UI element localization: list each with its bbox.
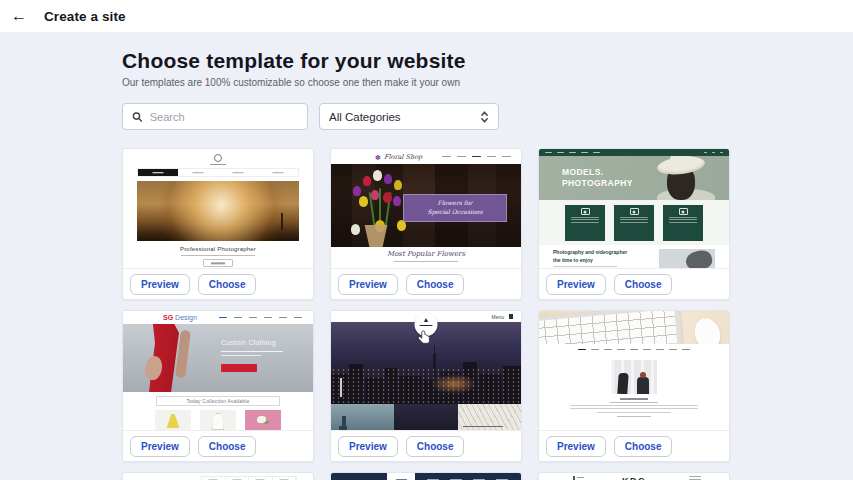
sunset-field-photo	[137, 181, 299, 241]
feature-tile	[565, 205, 605, 241]
preview-button[interactable]: Preview	[130, 436, 190, 457]
template-card-partial-light	[122, 472, 314, 480]
choose-button[interactable]: Choose	[406, 436, 465, 457]
template-navbar	[331, 473, 521, 480]
search-input[interactable]	[150, 111, 298, 123]
main-content: Choose template for your website Our tem…	[0, 32, 730, 480]
card-actions: Preview Choose	[539, 431, 729, 462]
template-headline: Professional Photographer	[123, 246, 313, 252]
template-thumbnail-business-office[interactable]	[539, 311, 729, 431]
feature-tiles	[539, 200, 729, 245]
night-sky-thumb	[394, 404, 457, 431]
category-select[interactable]: All Categories	[319, 103, 499, 130]
template-card-photographer: Professional Photographer Preview Choose	[122, 148, 314, 300]
photo-icon	[630, 208, 639, 215]
menu-icon	[509, 314, 514, 319]
template-card-models-photography: MODELS. PHOTOGRAPHY	[538, 148, 730, 300]
template-thumbnail-partial-kdc[interactable]: KDC	[539, 473, 729, 480]
preview-button[interactable]: Preview	[338, 274, 398, 295]
card-actions: Preview Choose	[539, 269, 729, 300]
card-actions: Preview Choose	[123, 269, 313, 300]
filter-controls: All Categories	[122, 103, 730, 130]
template-thumbnail-models-photography[interactable]: MODELS. PHOTOGRAPHY	[539, 149, 729, 269]
computer-mouse	[691, 315, 724, 344]
navy-logo-block	[331, 473, 387, 480]
map-sketch-thumb	[458, 404, 521, 431]
preview-button[interactable]: Preview	[338, 436, 398, 457]
template-card-floral-shop: ✽ Floral Shop	[330, 148, 522, 300]
template-cta-button	[203, 259, 233, 267]
topbar: ← Create a site	[0, 0, 853, 32]
template-thumbnail-floral-shop[interactable]: ✽ Floral Shop	[331, 149, 521, 269]
card-actions: Preview Choose	[331, 269, 521, 300]
template-navbar	[201, 476, 297, 480]
camera-icon	[679, 208, 688, 215]
sun-hat	[656, 156, 706, 177]
feature-tile	[663, 205, 703, 241]
vase	[361, 225, 391, 247]
template-thumbnail-city-new-york[interactable]: Menu ▲	[331, 311, 521, 431]
sg-design-logo: SG Design	[163, 314, 197, 321]
choose-button[interactable]: Choose	[406, 274, 465, 295]
gallery-thumbnails	[331, 404, 521, 431]
template-navbar	[539, 149, 729, 156]
template-navbar	[137, 168, 299, 177]
mountain-icon: ▲	[415, 316, 438, 323]
choose-button[interactable]: Choose	[198, 436, 257, 457]
choose-button[interactable]: Choose	[198, 274, 257, 295]
hero-text-panel: Flowers for Special Occasions	[403, 194, 507, 222]
preview-button[interactable]: Preview	[130, 274, 190, 295]
tulip-bouquet-photo: Flowers for Special Occasions	[331, 164, 521, 247]
template-navbar	[539, 344, 729, 355]
portrait-photo	[659, 249, 715, 269]
template-thumbnail-partial-light[interactable]	[123, 473, 313, 480]
page-title: Create a site	[44, 9, 126, 24]
template-card-business-office: Preview Choose	[538, 310, 730, 462]
collection-banner: Today Collection Available	[156, 396, 280, 406]
search-box[interactable]	[122, 103, 308, 130]
section-title: Most Popular Flowers	[331, 250, 521, 258]
hero-text-block	[340, 379, 342, 397]
product-white-dress	[200, 410, 236, 430]
preview-button[interactable]: Preview	[546, 274, 606, 295]
subheading: Our templates are 100% customizable so c…	[122, 77, 730, 88]
product-thumbnails	[123, 410, 313, 430]
back-arrow-icon[interactable]: ←	[11, 8, 27, 24]
product-accessory	[245, 410, 281, 430]
red-dress-hero-photo: Custom Clothing	[123, 324, 313, 392]
mouse-pointer-cursor	[417, 330, 431, 350]
create-site-screen: ← Create a site Choose template for your…	[0, 0, 853, 480]
floral-logo: ✽ Floral Shop	[375, 153, 422, 161]
search-icon	[132, 111, 143, 123]
hero-headline: Custom Clothing	[221, 339, 276, 346]
template-navbar: ✽ Floral Shop	[331, 149, 521, 164]
template-card-partial-navy	[330, 472, 522, 480]
keyboard-desk-photo	[539, 311, 729, 344]
preview-button[interactable]: Preview	[546, 436, 606, 457]
choose-button[interactable]: Choose	[614, 274, 673, 295]
person-icon	[581, 208, 590, 215]
template-thumbnail-partial-navy[interactable]	[331, 473, 521, 480]
hero-headline: MODELS. PHOTOGRAPHY	[562, 167, 633, 189]
template-thumbnail-photographer[interactable]: Professional Photographer	[123, 149, 313, 269]
office-team-photo	[611, 360, 657, 394]
template-card-partial-kdc: KDC	[538, 472, 730, 480]
keyboard	[539, 311, 683, 344]
template-card-city-new-york: Menu ▲	[330, 310, 522, 462]
statue-of-liberty-thumb	[331, 404, 394, 431]
feature-tile	[614, 205, 654, 241]
chevron-up-down-icon	[480, 110, 489, 124]
product-yellow-dress	[155, 410, 191, 430]
template-thumbnail-sg-design[interactable]: SG Design Custom Clothing	[123, 311, 313, 431]
choose-button[interactable]: Choose	[614, 436, 673, 457]
card-actions: Preview Choose	[123, 431, 313, 462]
card-actions: Preview Choose	[331, 431, 521, 462]
menu-label: Menu	[491, 314, 504, 320]
hero-cta-button	[221, 364, 257, 372]
template-navbar: SG Design	[123, 311, 313, 324]
flower-icon: ✽	[375, 154, 381, 161]
model-hero-photo: MODELS. PHOTOGRAPHY	[539, 156, 729, 200]
template-card-sg-design: SG Design Custom Clothing	[122, 310, 314, 462]
template-grid: Professional Photographer Preview Choose…	[122, 148, 730, 480]
section-title: Photography and videographer the time to…	[553, 249, 627, 264]
